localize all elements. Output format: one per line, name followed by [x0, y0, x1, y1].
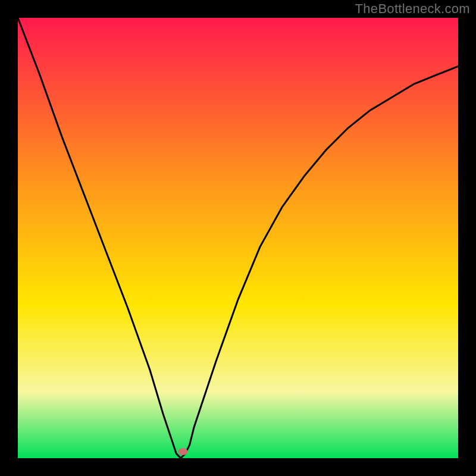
- bottleneck-chart: [0, 0, 476, 476]
- plot-area: [18, 18, 458, 458]
- chart-container: TheBottleneck.com: [0, 0, 476, 476]
- optimal-point-marker: [178, 448, 188, 455]
